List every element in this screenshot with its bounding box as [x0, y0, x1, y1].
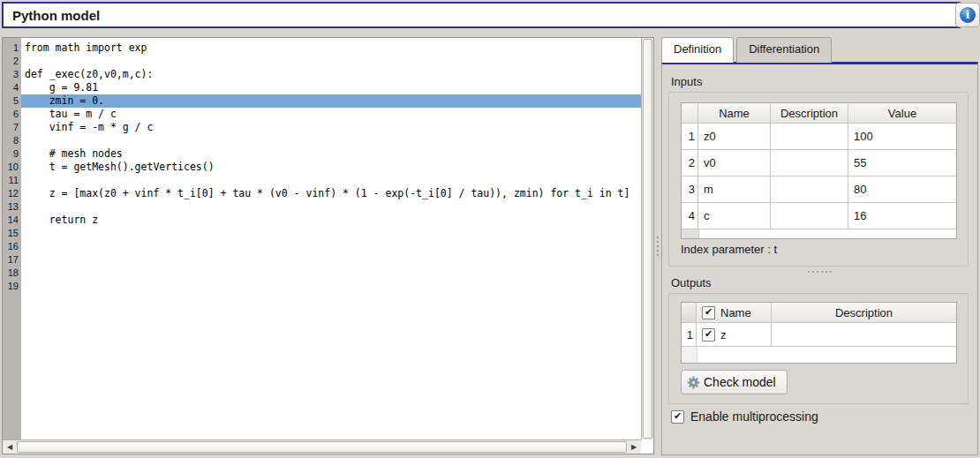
- code-line[interactable]: zmin = 0.: [21, 94, 641, 108]
- code-line[interactable]: from math import exp: [21, 41, 641, 55]
- line-number: 4: [3, 81, 21, 94]
- outputs-table-body: 1✔z: [682, 323, 956, 347]
- input-name-cell[interactable]: m: [698, 176, 771, 203]
- select-all-outputs-checkbox[interactable]: ✔: [702, 306, 715, 319]
- row-number: 1: [682, 124, 698, 150]
- code-line[interactable]: [21, 240, 641, 253]
- code-line[interactable]: def _exec(z0,v0,m,c):: [21, 68, 641, 81]
- info-button[interactable]: i: [955, 3, 980, 27]
- line-number: 12: [3, 187, 21, 200]
- code-line[interactable]: tau = m / c: [21, 108, 641, 121]
- line-number: 3: [3, 68, 21, 81]
- inputs-table: Name Description Value 1z01002v0553m804c…: [681, 102, 957, 239]
- code-line[interactable]: [21, 267, 641, 280]
- line-number: 6: [3, 108, 21, 121]
- row-number: 3: [682, 176, 698, 203]
- outputs-group-title: Outputs: [671, 276, 712, 289]
- line-number: 2: [3, 55, 21, 68]
- line-number: 13: [3, 200, 21, 214]
- inputs-col-description: Description: [771, 103, 848, 124]
- code-line[interactable]: [21, 280, 641, 293]
- outputs-table: ✔ Name Description 1✔z: [681, 302, 957, 364]
- input-description-cell[interactable]: [771, 124, 848, 150]
- check-model-label: Check model: [704, 375, 776, 389]
- inputs-group-title: Inputs: [671, 75, 702, 88]
- output-description-cell[interactable]: [772, 323, 956, 347]
- code-line[interactable]: return z: [21, 214, 641, 227]
- outputs-col-name: ✔ Name: [697, 303, 772, 323]
- input-description-cell[interactable]: [771, 203, 848, 229]
- input-value-cell[interactable]: 80: [848, 176, 956, 203]
- model-title-box: Python model: [2, 2, 961, 28]
- output-name-cell[interactable]: ✔z: [697, 323, 772, 347]
- code-line[interactable]: t = getMesh().getVertices(): [21, 161, 641, 174]
- corner-header-cell: [682, 103, 698, 124]
- inputs-groupbox: Name Description Value 1z01002v0553m804c…: [668, 92, 969, 267]
- input-description-cell[interactable]: [771, 150, 848, 176]
- table-row: 2v055: [682, 150, 956, 176]
- input-name-cell[interactable]: v0: [698, 150, 771, 176]
- outputs-groupbox: ✔ Name Description 1✔z: [668, 293, 969, 404]
- python-code-editor[interactable]: 12345678910111213141516171819 from math …: [2, 37, 654, 454]
- code-line[interactable]: g = 9.81: [21, 81, 641, 94]
- line-number: 17: [3, 253, 21, 267]
- line-number: 19: [3, 280, 21, 293]
- line-number: 14: [3, 214, 21, 227]
- code-line[interactable]: [21, 200, 641, 214]
- code-line[interactable]: # mesh nodes: [21, 147, 641, 161]
- editor-horizontal-scrollbar[interactable]: ◀ ▶: [3, 439, 641, 454]
- line-number: 1: [3, 41, 21, 55]
- inputs-table-header: Name Description Value: [682, 103, 956, 124]
- code-line[interactable]: [21, 253, 641, 267]
- input-name-cell[interactable]: z0: [698, 124, 771, 150]
- code-line[interactable]: vinf = -m * g / c: [21, 121, 641, 134]
- line-number: 9: [3, 147, 21, 161]
- info-icon: i: [960, 7, 976, 23]
- definition-tab-pane: Inputs Name Description Value 1z01002v05…: [661, 62, 978, 455]
- output-name: z: [720, 328, 727, 342]
- row-number: 2: [682, 150, 698, 176]
- code-line[interactable]: z = [max(z0 + vinf * t_i[0] + tau * (v0 …: [21, 187, 641, 200]
- outputs-table-header: ✔ Name Description: [682, 303, 956, 323]
- vertical-splitter-handle[interactable]: [654, 37, 661, 454]
- gear-icon: [687, 376, 700, 389]
- table-row: 3m80: [682, 176, 956, 203]
- horizontal-scroll-thumb[interactable]: [17, 441, 627, 453]
- line-number: 5: [3, 94, 21, 108]
- editor-code[interactable]: from math import expdef _exec(z0,v0,m,c)…: [21, 38, 641, 439]
- line-number: 8: [3, 134, 21, 147]
- index-parameter-label: Index parameter : t: [681, 243, 777, 256]
- code-line[interactable]: [21, 227, 641, 240]
- enable-multiprocessing-row: ✔ Enable multiprocessing: [671, 409, 818, 424]
- inputs-col-name: Name: [698, 103, 771, 124]
- input-name-cell[interactable]: c: [698, 203, 771, 229]
- scroll-left-arrow-icon[interactable]: ◀: [3, 440, 17, 454]
- code-line[interactable]: [21, 134, 641, 147]
- table-row: 1✔z: [682, 323, 956, 347]
- enable-multiprocessing-label: Enable multiprocessing: [690, 409, 818, 424]
- code-line[interactable]: [21, 174, 641, 187]
- check-model-button[interactable]: Check model: [681, 370, 788, 394]
- output-row-checkbox[interactable]: ✔: [702, 328, 715, 342]
- editor-vertical-scrollbar[interactable]: [641, 38, 653, 439]
- row-number: 1: [682, 323, 697, 347]
- tab-differentiation[interactable]: Differentiation: [736, 37, 832, 63]
- code-line[interactable]: [21, 55, 641, 68]
- line-number: 11: [3, 174, 21, 187]
- horizontal-splitter-handle[interactable]: [662, 268, 977, 275]
- vertical-scroll-thumb[interactable]: [643, 39, 652, 439]
- scroll-right-arrow-icon[interactable]: ▶: [627, 440, 641, 454]
- input-value-cell[interactable]: 100: [848, 124, 956, 150]
- table-row: 1z0100: [682, 124, 956, 150]
- line-number: 18: [3, 267, 21, 280]
- tab-definition[interactable]: Definition: [661, 37, 734, 63]
- enable-multiprocessing-checkbox[interactable]: ✔: [671, 410, 684, 424]
- line-number: 15: [3, 227, 21, 240]
- inputs-table-body: 1z01002v0553m804c16: [682, 124, 956, 229]
- input-value-cell[interactable]: 16: [848, 203, 956, 229]
- page-title: Python model: [12, 8, 100, 23]
- input-value-cell[interactable]: 55: [848, 150, 956, 176]
- input-description-cell[interactable]: [771, 176, 848, 203]
- tab-bar: Definition Differentiation: [661, 37, 978, 63]
- inputs-col-value: Value: [848, 103, 956, 124]
